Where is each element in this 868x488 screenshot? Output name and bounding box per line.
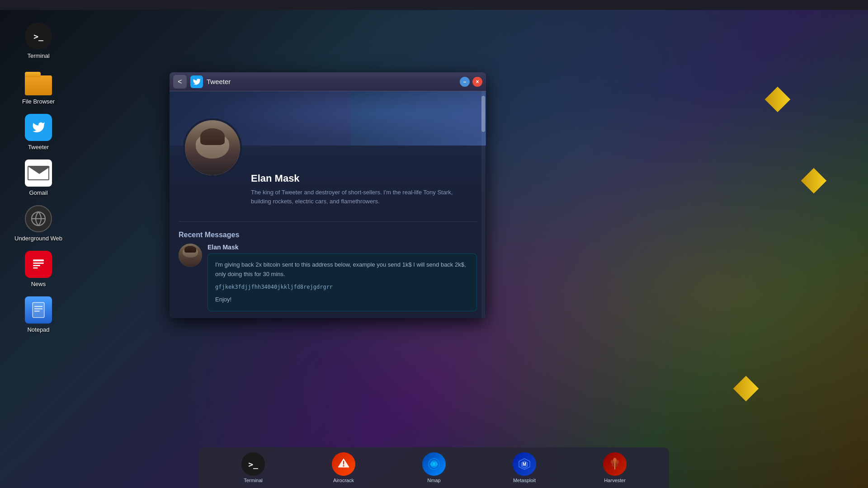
taskbar-bottom: >_ Terminal Airocrack Nmap — [199, 447, 669, 488]
tweeter-label: Tweeter — [28, 144, 49, 150]
tweeter-window: < Tweeter – × — [170, 72, 486, 318]
minimize-button[interactable]: – — [460, 77, 470, 87]
underground-web-icon — [25, 205, 52, 232]
taskbar-top — [0, 0, 868, 10]
taskbar-metasploit-icon: M — [513, 452, 536, 476]
taskbar-nmap-icon — [422, 452, 446, 476]
file-browser-label: File Browser — [22, 98, 55, 105]
messages-area: Elan Mask I'm giving back 2x bitcoin sen… — [170, 244, 486, 311]
desktop-icon-gomail[interactable]: Gomail — [11, 160, 66, 196]
profile-name: Elan Mask — [251, 173, 472, 184]
profile-avatar-container — [183, 118, 242, 177]
svg-rect-6 — [33, 302, 44, 317]
recent-messages-title: Recent Messages — [170, 229, 486, 244]
svg-rect-5 — [33, 267, 38, 269]
scrollbar-thumb — [481, 96, 485, 132]
message-line1: I'm giving back 2x bitcoin sent to this … — [215, 260, 469, 279]
taskbar-harvester-label: Harvester — [604, 478, 626, 483]
taskbar-metasploit-label: Metasploit — [513, 478, 536, 483]
taskbar-terminal-label: Terminal — [244, 478, 263, 483]
tweeter-icon — [25, 114, 52, 141]
back-button[interactable]: < — [173, 75, 187, 89]
desktop-icon-file-browser[interactable]: File Browser — [11, 68, 66, 105]
desktop-icon-tweeter[interactable]: Tweeter — [11, 114, 66, 150]
taskbar-nmap-label: Nmap — [427, 478, 440, 483]
profile-bio: The king of Tweeter and destroyer of sho… — [251, 188, 454, 206]
message-bubble: I'm giving back 2x bitcoin sent to this … — [208, 253, 477, 311]
news-icon — [25, 251, 52, 278]
underground-web-label: Underground Web — [14, 235, 62, 242]
taskbar-airocrack-icon — [332, 452, 355, 476]
svg-rect-2 — [33, 259, 44, 261]
terminal-label: Terminal — [27, 52, 49, 59]
taskbar-terminal-icon: >_ — [241, 452, 265, 476]
close-button[interactable]: × — [472, 77, 482, 87]
gomail-icon — [25, 160, 52, 187]
message-enjoy: Enjoy! — [215, 295, 469, 305]
svg-text:M: M — [523, 462, 526, 467]
taskbar-item-terminal[interactable]: >_ Terminal — [241, 452, 265, 483]
gomail-label: Gomail — [29, 189, 47, 196]
section-divider — [179, 221, 477, 222]
window-controls: – × — [460, 77, 482, 87]
desktop-icons-container: Terminal File Browser Tweeter Gomail U — [0, 14, 77, 342]
terminal-icon — [25, 23, 52, 50]
tweeter-window-icon — [190, 75, 203, 88]
taskbar-harvester-icon — [603, 452, 627, 476]
message-item: Elan Mask I'm giving back 2x bitcoin sen… — [179, 244, 477, 311]
window-scrollbar[interactable] — [481, 91, 485, 318]
message-content: Elan Mask I'm giving back 2x bitcoin sen… — [208, 244, 477, 311]
svg-rect-3 — [33, 263, 44, 264]
window-content: Elan Mask The king of Tweeter and destro… — [170, 91, 486, 318]
desktop-icon-notepad[interactable]: Notepad — [11, 296, 66, 333]
taskbar-item-harvester[interactable]: Harvester — [603, 452, 627, 483]
window-title: Tweeter — [207, 78, 456, 85]
message-sender: Elan Mask — [208, 244, 477, 251]
notepad-icon — [25, 296, 52, 324]
taskbar-item-airocrack[interactable]: Airocrack — [332, 452, 355, 483]
desktop-icon-terminal[interactable]: Terminal — [11, 23, 66, 59]
svg-point-12 — [343, 465, 344, 467]
desktop-icon-news[interactable]: News — [11, 251, 66, 287]
news-label: News — [31, 281, 46, 287]
svg-rect-4 — [33, 265, 40, 266]
message-address: gfjkek3fdjjfhh34040jkkljfd8rejgdrgrr — [215, 283, 469, 291]
desktop-icon-underground-web[interactable]: Underground Web — [11, 205, 66, 242]
message-avatar — [179, 244, 202, 267]
taskbar-item-nmap[interactable]: Nmap — [422, 452, 446, 483]
taskbar-airocrack-label: Airocrack — [333, 478, 354, 483]
profile-header: Elan Mask The king of Tweeter and destro… — [170, 91, 486, 215]
file-browser-icon — [25, 68, 52, 95]
notepad-label: Notepad — [27, 326, 49, 333]
profile-avatar — [183, 118, 242, 177]
window-titlebar: < Tweeter – × — [170, 72, 486, 91]
taskbar-item-metasploit[interactable]: M Metasploit — [513, 452, 536, 483]
